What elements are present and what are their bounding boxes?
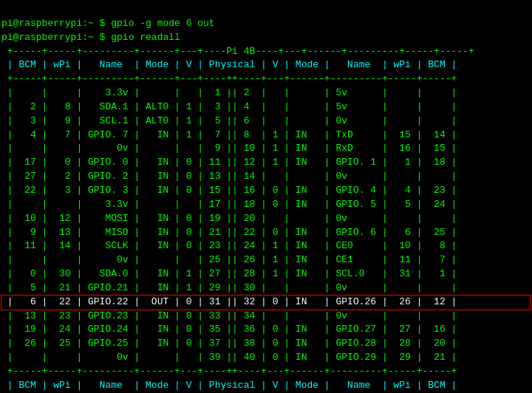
terminal-line: | BCM | wPi | Name | Mode | V | Physical… bbox=[1, 58, 531, 72]
terminal-line: | 26 | 25 | GPIO.25 | IN | 0 | 37 || 38 … bbox=[1, 337, 531, 351]
terminal-line: +-----+-----+---------+------+---+----++… bbox=[1, 72, 531, 86]
terminal-line: | 17 | 0 | GPIO. 0 | IN | 0 | 11 || 12 |… bbox=[1, 156, 531, 170]
terminal-line: | 11 | 14 | SCLK | IN | 0 | 23 || 24 | 1… bbox=[1, 239, 531, 253]
terminal-line: | | | 0v | | | 9 || 10 | 1 | IN | RxD | … bbox=[1, 142, 531, 156]
terminal-line: | 19 | 24 | GPIO.24 | IN | 0 | 35 || 36 … bbox=[1, 323, 531, 337]
terminal-line: | 13 | 23 | GPIO.23 | IN | 0 | 33 || 34 … bbox=[1, 310, 531, 324]
terminal-line: | 0 | 30 | SDA.0 | IN | 1 | 27 || 28 | 1… bbox=[1, 267, 531, 281]
terminal-line: | 4 | 7 | GPIO. 7 | IN | 1 | 7 || 8 | 1 … bbox=[1, 129, 531, 143]
terminal-line: | 22 | 3 | GPIO. 3 | IN | 0 | 15 || 16 |… bbox=[1, 184, 531, 198]
terminal-line: | 10 | 12 | MOSI | IN | 0 | 19 || 20 | |… bbox=[1, 212, 531, 226]
terminal-line: +-----+-----+---------+------+---+----Pi… bbox=[1, 45, 531, 59]
terminal-line: | | | 3.3v | | | 17 || 18 | 0 | IN | GPI… bbox=[1, 198, 531, 212]
terminal-line: | 6 | 22 | GPIO.22 | OUT | 0 | 31 || 32 … bbox=[1, 295, 531, 310]
terminal-line: | 2 | 8 | SDA.1 | ALT0 | 1 | 3 || 4 | | … bbox=[1, 100, 531, 115]
terminal-line: | 3 | 9 | SCL.1 | ALT0 | 1 | 5 || 6 | | … bbox=[1, 115, 531, 129]
terminal-line: pi@raspberrypi:~ $ gpio readall bbox=[1, 31, 531, 45]
terminal-line: | | | 0v | | | 39 || 40 | 0 | IN | GPIO.… bbox=[1, 351, 531, 365]
terminal-line: | 27 | 2 | GPIO. 2 | IN | 0 | 13 || 14 |… bbox=[1, 170, 531, 184]
terminal-line: | BCM | wPi | Name | Mode | V | Physical… bbox=[1, 379, 531, 393]
terminal-line: | 5 | 21 | GPIO.21 | IN | 1 | 29 || 30 |… bbox=[1, 281, 531, 295]
terminal-line: | 9 | 13 | MISO | IN | 0 | 21 || 22 | 0 … bbox=[1, 226, 531, 240]
terminal-line: +-----+-----+---------+------+---+----++… bbox=[1, 365, 531, 379]
terminal-line: | | | 3.3v | | | 1 || 2 | | | 5v | | | bbox=[1, 86, 531, 100]
terminal: pi@raspberrypi:~ $ gpio -g mode 6 outpi@… bbox=[0, 0, 532, 393]
terminal-line: | | | 0v | | | 25 || 26 | 1 | IN | CE1 |… bbox=[1, 253, 531, 267]
terminal-line: pi@raspberrypi:~ $ gpio -g mode 6 out bbox=[1, 17, 531, 31]
